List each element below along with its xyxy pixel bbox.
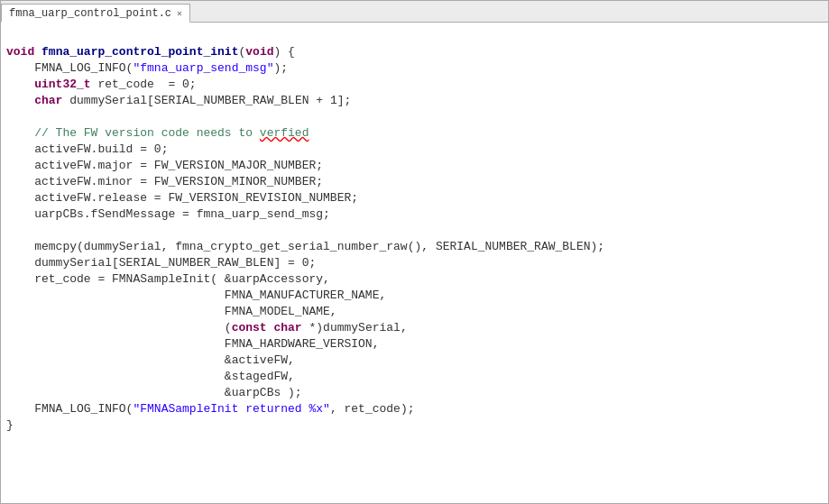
code-line: activeFW.release = FW_VERSION_REVISION_N… <box>1 190 828 206</box>
code-line: uint32_t ret_code = 0; <box>1 77 828 93</box>
code-line: uarpCBs.fSendMessage = fmna_uarp_send_ms… <box>1 206 828 223</box>
code-line: activeFW.minor = FW_VERSION_MINOR_NUMBER… <box>1 174 828 190</box>
code-line: dummySerial[SERIAL_NUMBER_RAW_BLEN] = 0; <box>1 255 828 271</box>
code-line: (const char *)dummySerial, <box>1 320 828 336</box>
editor-window: fmna_uarp_control_point.c ✕ void fmna_ua… <box>0 0 829 504</box>
code-line: &stagedFW, <box>1 369 828 385</box>
code-line: FMNA_MANUFACTURER_NAME, <box>1 288 828 304</box>
code-line <box>1 109 828 125</box>
code-line: void fmna_uarp_control_point_init(void) … <box>1 44 828 60</box>
code-line: FMNA_LOG_INFO("FMNASampleInit returned %… <box>1 401 828 417</box>
code-line: memcpy(dummySerial, fmna_crypto_get_seri… <box>1 239 828 255</box>
code-editor[interactable]: void fmna_uarp_control_point_init(void) … <box>1 23 828 503</box>
code-line <box>1 28 828 44</box>
code-line: } <box>1 417 828 434</box>
tab-close-button[interactable]: ✕ <box>177 8 182 19</box>
code-line: // The FW version code needs to verfied <box>1 125 828 142</box>
code-line: activeFW.build = 0; <box>1 142 828 158</box>
code-line: activeFW.major = FW_VERSION_MAJOR_NUMBER… <box>1 158 828 174</box>
code-line: FMNA_LOG_INFO("fmna_uarp_send_msg"); <box>1 60 828 77</box>
code-line <box>1 223 828 239</box>
file-tab[interactable]: fmna_uarp_control_point.c ✕ <box>1 4 190 23</box>
tab-bar: fmna_uarp_control_point.c ✕ <box>1 1 828 23</box>
code-line: FMNA_HARDWARE_VERSION, <box>1 336 828 353</box>
code-line: ret_code = FMNASampleInit( &uarpAccessor… <box>1 271 828 288</box>
code-line: FMNA_MODEL_NAME, <box>1 304 828 320</box>
code-line: &activeFW, <box>1 353 828 369</box>
code-line: &uarpCBs ); <box>1 385 828 401</box>
tab-filename: fmna_uarp_control_point.c <box>9 7 171 20</box>
code-line: char dummySerial[SERIAL_NUMBER_RAW_BLEN … <box>1 93 828 109</box>
